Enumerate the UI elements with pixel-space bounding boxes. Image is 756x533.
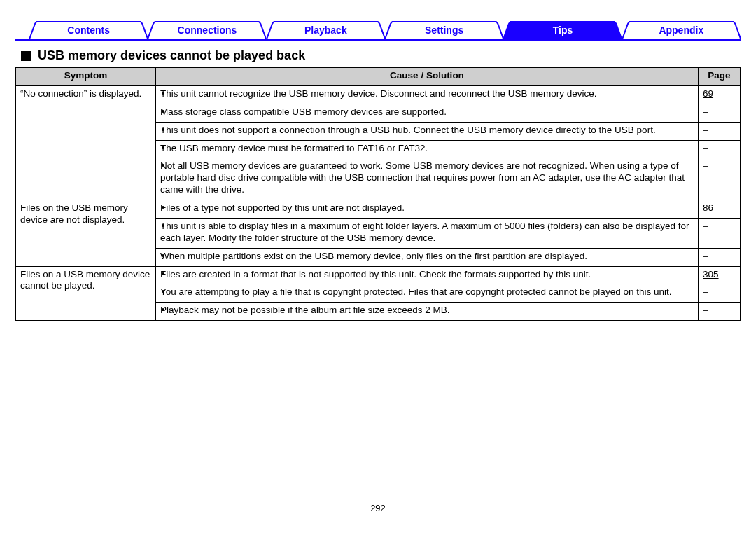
cause-cell: Files of a type not supported by this un… [156,200,699,219]
page-dash: – [703,305,708,315]
tab-label: Connections [178,25,237,36]
cause-text: Not all USB memory devices are guarantee… [160,160,685,195]
cause-text: Mass storage class compatible USB memory… [160,106,447,117]
tab-label: Contents [67,25,110,36]
page-link[interactable]: 86 [703,202,713,213]
cause-cell: When multiple partitions exist on the US… [156,248,699,266]
section-heading-row: USB memory devices cannot be played back [21,48,741,63]
cause-cell: Mass storage class compatible USB memory… [156,104,699,122]
page-dash: – [703,221,708,231]
page-dash: – [703,286,708,297]
col-header-page: Page [699,68,741,86]
page-dash: – [703,125,708,135]
tab-appendix[interactable]: Appendix [622,21,741,39]
cause-cell: Playback may not be possible if the albu… [156,303,699,321]
table-row: “No connection” is displayed.This unit c… [16,85,741,104]
bullet-icon [162,254,164,257]
symptom-cell: Files on the USB memory device are not d… [16,200,156,267]
page: ContentsConnectionsPlaybackSettingsTipsA… [0,0,756,527]
cause-cell: This unit cannot recognize the USB memor… [156,85,699,104]
cause-cell: You are attempting to play a file that i… [156,284,699,303]
page-cell: – [699,218,741,248]
page-dash: – [703,143,708,153]
page-dash: – [703,106,708,117]
bullet-icon [162,146,164,149]
cause-text: You are attempting to play a file that i… [160,286,671,297]
cause-cell: This unit is able to display files in a … [156,218,699,248]
cause-cell: Files are created in a format that is no… [156,266,699,284]
page-cell[interactable]: 305 [699,266,741,284]
bullet-icon [162,110,164,113]
page-number: 292 [15,503,741,513]
cause-text: Playback may not be possible if the albu… [160,305,449,315]
section-heading: USB memory devices cannot be played back [38,48,305,63]
symptom-cell: “No connection” is displayed. [16,85,156,200]
bullet-icon [162,224,164,227]
page-dash: – [703,160,708,171]
tab-settings[interactable]: Settings [385,21,503,39]
page-link[interactable]: 69 [703,88,713,99]
page-cell: – [699,303,741,321]
cause-text: When multiple partitions exist on the US… [160,251,587,261]
bullet-icon [162,92,164,95]
tab-contents[interactable]: Contents [29,21,148,39]
tab-label: Playback [304,25,347,36]
symptom-cell: Files on a USB memory device cannot be p… [16,266,156,321]
cause-text: Files are created in a format that is no… [160,269,591,279]
table-row: Files on the USB memory device are not d… [16,200,741,219]
page-cell: – [699,140,741,158]
col-header-cause: Cause / Solution [156,68,699,86]
page-cell: – [699,158,741,200]
page-cell: – [699,104,741,122]
cause-text: This unit does not support a connection … [160,125,656,135]
bullet-icon [162,272,164,275]
tab-bar: ContentsConnectionsPlaybackSettingsTipsA… [15,21,741,41]
tab-label: Tips [553,25,573,36]
page-cell: – [699,122,741,140]
tab-label: Settings [425,25,463,36]
tab-connections[interactable]: Connections [148,21,266,39]
page-dash: – [703,251,708,261]
troubleshoot-table: Symptom Cause / Solution Page “No connec… [15,67,741,321]
cause-text: The USB memory device must be formatted … [160,143,428,153]
bullet-icon [162,206,164,209]
tab-tips[interactable]: Tips [503,21,622,39]
cause-cell: Not all USB memory devices are guarantee… [156,158,699,200]
square-bullet-icon [21,51,31,61]
cause-text: This unit cannot recognize the USB memor… [160,88,597,99]
tab-list: ContentsConnectionsPlaybackSettingsTipsA… [15,21,741,39]
table-row: Files on a USB memory device cannot be p… [16,266,741,284]
cause-text: This unit is able to display files in a … [160,221,690,243]
page-cell[interactable]: 69 [699,85,741,104]
page-cell[interactable]: 86 [699,200,741,219]
page-cell: – [699,248,741,266]
bullet-icon [162,128,164,131]
page-cell: – [699,284,741,303]
cause-cell: The USB memory device must be formatted … [156,140,699,158]
cause-cell: This unit does not support a connection … [156,122,699,140]
col-header-symptom: Symptom [16,68,156,86]
cause-text: Files of a type not supported by this un… [160,202,405,213]
page-link[interactable]: 305 [703,269,719,279]
tab-playback[interactable]: Playback [267,21,385,39]
tab-label: Appendix [659,25,704,36]
table-header-row: Symptom Cause / Solution Page [16,68,741,86]
